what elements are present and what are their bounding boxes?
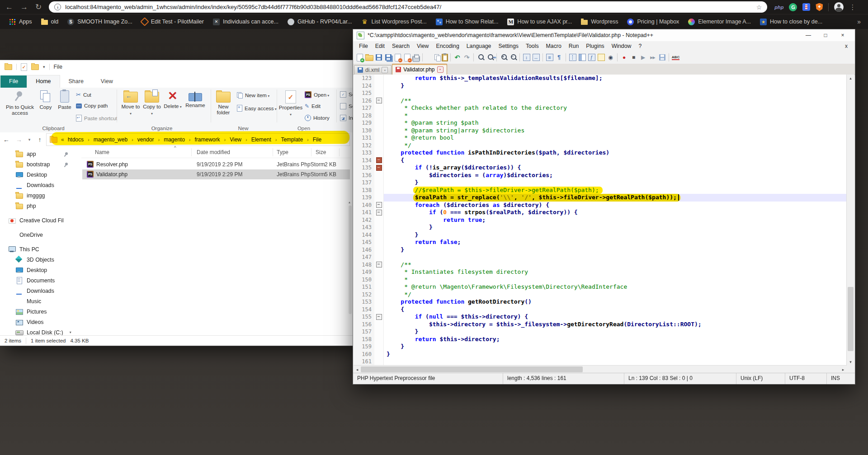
macro-play-icon[interactable]: ▶ [639, 53, 647, 62]
tab-view[interactable]: View [92, 75, 122, 88]
pin-to-quick-access-button[interactable]: Pin to Quick access [5, 89, 34, 116]
folder-workspace-icon[interactable] [597, 53, 605, 62]
macro-stop-icon[interactable]: ■ [629, 53, 638, 62]
bookmark-wordpress[interactable]: Wordpress [577, 17, 622, 26]
properties-button[interactable]: ✓ Properties [279, 89, 302, 117]
menu-search[interactable]: Search [389, 42, 413, 50]
fold-marker-icon[interactable] [376, 314, 382, 320]
php-extension-icon[interactable]: php [774, 5, 783, 10]
open-button[interactable]: PS Open [305, 91, 329, 98]
doc-map-icon[interactable] [578, 53, 586, 62]
info-icon[interactable]: i [54, 4, 61, 10]
fold-marker-icon[interactable] [376, 98, 382, 103]
sync-v-icon[interactable]: ↕ [522, 53, 531, 62]
sidebar-item-desktop[interactable]: Desktop [0, 169, 81, 180]
column-header-name[interactable]: Name [95, 149, 109, 155]
cut-icon[interactable] [425, 53, 434, 62]
url-text[interactable]: localhost:84/magento_web/admin_1whcsw/ad… [65, 4, 752, 10]
explorer-titlebar[interactable]: ✓ ▾ File [0, 60, 353, 74]
scroll-right-icon[interactable]: ▸ [840, 366, 847, 373]
close-all-icon[interactable]: − [403, 53, 411, 62]
breadcrumb-item-vendor[interactable]: vendor [137, 136, 154, 143]
undo-icon[interactable]: ↶ [453, 53, 462, 62]
menu-view[interactable]: View [414, 42, 432, 50]
tab-di-xml[interactable]: di.xml × [354, 65, 392, 75]
menubar-close-icon[interactable]: x [840, 43, 852, 49]
macro-save-icon[interactable] [658, 53, 666, 62]
vertical-scrollbar[interactable]: ▴ ▾ [846, 75, 854, 366]
bookmark-pricing-mapbox[interactable]: Pricing | Mapbox [623, 17, 683, 27]
sidebar-item-app[interactable]: app [0, 149, 81, 159]
indent-guide-icon[interactable] [568, 53, 577, 62]
sidebar-item-desktop[interactable]: Desktop [0, 265, 81, 275]
reload-icon[interactable]: ↻ [35, 3, 42, 11]
cut-button[interactable]: ✂ Cut [76, 91, 91, 98]
replace-icon[interactable] [486, 53, 494, 62]
forward-icon[interactable]: → [20, 3, 28, 11]
fold-marker-icon[interactable] [376, 262, 382, 267]
browser-menu-icon[interactable]: ⋮ [849, 3, 856, 11]
print-icon[interactable] [412, 56, 420, 61]
menu-[interactable]: ? [635, 42, 645, 50]
sidebar-item-3d-objects[interactable]: 3D Objects [0, 254, 81, 265]
rename-button[interactable]: Rename [184, 89, 207, 108]
function-list-icon[interactable]: ƒ [587, 53, 596, 62]
breadcrumb-item-magento-web[interactable]: magento_web [94, 136, 127, 143]
scrollbar-thumb[interactable] [361, 366, 583, 372]
find-icon[interactable] [476, 53, 485, 62]
close-tab-icon[interactable]: × [437, 66, 443, 73]
bookmark-smooth-image-zo[interactable]: SSMOOTH Image Zo... [63, 17, 137, 27]
breadcrumb-item-element[interactable]: Element [251, 136, 271, 143]
macro-record-icon[interactable]: ● [620, 53, 628, 62]
breadcrumb-overflow-icon[interactable]: « [61, 136, 64, 143]
copy-icon[interactable] [434, 54, 441, 61]
shield-extension-icon[interactable] [816, 3, 823, 11]
minimize-icon[interactable]: — [800, 30, 817, 41]
sidebar-item-videos[interactable]: Videos [0, 317, 81, 327]
menu-window[interactable]: Window [609, 42, 635, 50]
bookmark-github-rvp04-lar[interactable]: GitHub - RVP04/Lar... [283, 17, 356, 27]
bookmark-list-wordpress-post[interactable]: ♛List Wordpress Post... [357, 17, 431, 27]
code-editor[interactable]: 123 return $this->_templatesValidationRe… [354, 75, 847, 366]
sidebar-item-onedrive[interactable]: OneDrive [0, 230, 81, 240]
scroll-down-icon[interactable]: ▾ [847, 358, 854, 366]
quick-access-toolbar-dropdown-icon[interactable]: ▾ [43, 65, 45, 69]
menu-edit[interactable]: Edit [372, 42, 388, 50]
save-icon[interactable] [374, 53, 383, 62]
sidebar-item-creative-cloud-fil[interactable]: Creative Cloud Fil [0, 215, 81, 225]
nav-up-icon[interactable]: ↑ [33, 136, 46, 143]
sidebar-item-downloads[interactable]: Downloads [0, 180, 81, 190]
column-header-size[interactable]: Size [316, 149, 326, 155]
paste-shortcut-button[interactable]: Paste shortcut [76, 115, 118, 122]
zoom-in-icon[interactable]: + [499, 53, 508, 62]
sidebar-item-pictures[interactable]: Pictures [0, 306, 81, 317]
new-file-icon[interactable]: + [355, 53, 364, 62]
macro-multi-icon[interactable]: ▶▶ [648, 53, 657, 62]
bookmarks-overflow-icon[interactable]: » [854, 18, 863, 25]
column-divider[interactable] [191, 148, 192, 156]
new-folder-button[interactable]: New folder [213, 89, 233, 116]
copy-button[interactable]: Copy [36, 89, 55, 110]
sidebar-item-music[interactable]: Music [0, 296, 81, 306]
breadcrumb-item-file[interactable]: File [313, 136, 321, 143]
sync-h-icon[interactable]: ↔ [532, 53, 540, 62]
close-icon[interactable]: × [834, 30, 851, 41]
bookmark-star-icon[interactable]: ☆ [756, 4, 762, 11]
grammarly-extension-icon[interactable]: G [789, 3, 797, 11]
tab-validator-php[interactable]: Validator.php × [392, 64, 447, 75]
menu-plugins[interactable]: Plugins [583, 42, 607, 50]
fold-marker-icon[interactable] [376, 157, 382, 163]
close-tab-icon[interactable]: × [382, 67, 388, 73]
file-row-resolver-php[interactable]: PSResolver.php9/19/2019 2:29 PMJetBrains… [82, 159, 350, 169]
bookmark-how-to-show-relat[interactable]: How to Show Relat... [432, 17, 503, 27]
address-bar[interactable]: i localhost:84/magento_web/admin_1whcsw/… [49, 1, 767, 13]
zoom-out-icon[interactable]: − [509, 53, 517, 62]
spell-check-icon[interactable]: ABC [671, 53, 680, 62]
bookmark-elementor-image-a[interactable]: Elementor Image A... [684, 17, 755, 27]
paste-button[interactable]: Paste [55, 89, 74, 110]
move-to-button[interactable]: Move to [120, 89, 141, 117]
bookmark-old[interactable]: old [37, 17, 63, 26]
sidebar-item-imgggg[interactable]: imgggg [0, 190, 81, 201]
column-header-type[interactable]: Type [277, 149, 288, 155]
lighthouse-extension-icon[interactable] [802, 3, 810, 11]
